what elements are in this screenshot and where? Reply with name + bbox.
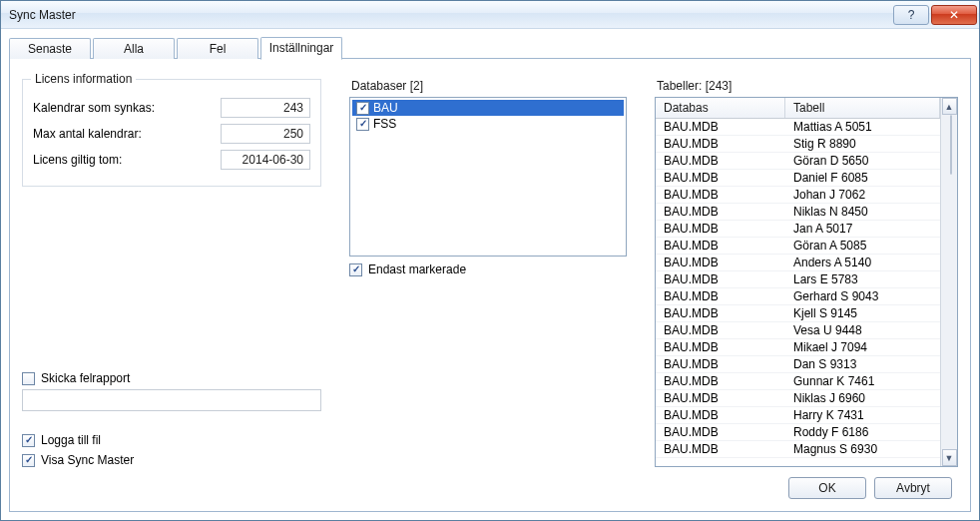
- only-marked-row[interactable]: ✓ Endast markerade: [349, 262, 627, 276]
- table-row[interactable]: BAU.MDBGunnar K 7461: [656, 373, 940, 390]
- log-to-file-row[interactable]: ✓ Logga till fil: [22, 433, 321, 447]
- table-row[interactable]: BAU.MDBMikael J 7094: [656, 339, 940, 356]
- cell-database: BAU.MDB: [656, 187, 785, 203]
- tab-settings[interactable]: Inställningar: [260, 37, 342, 60]
- cell-database: BAU.MDB: [656, 356, 785, 372]
- left-column: Licens information Kalendrar som synkas:…: [22, 73, 321, 467]
- tab-recent[interactable]: Senaste: [9, 38, 91, 59]
- cell-database: BAU.MDB: [656, 322, 785, 338]
- cell-database: BAU.MDB: [656, 441, 785, 457]
- cell-table: Mattias A 5051: [785, 119, 940, 135]
- table-row[interactable]: BAU.MDBRoddy F 6186: [656, 424, 940, 441]
- table-row[interactable]: BAU.MDBMagnus S 6930: [656, 441, 940, 458]
- table-row[interactable]: BAU.MDBKjell S 9145: [656, 305, 940, 322]
- table-row[interactable]: BAU.MDBAnders A 5140: [656, 255, 940, 271]
- right-column: Tabeller: [243] Databas Tabell BAU.MDBMa…: [655, 73, 958, 467]
- scroll-down-button[interactable]: ▼: [942, 449, 957, 466]
- close-icon: ✕: [949, 8, 959, 22]
- table-row[interactable]: BAU.MDBGöran D 5650: [656, 153, 940, 170]
- cell-table: Lars E 5783: [785, 271, 940, 287]
- table-row[interactable]: BAU.MDBDaniel F 6085: [656, 170, 940, 187]
- check-icon: ✓: [25, 435, 33, 445]
- cell-table: Magnus S 6930: [785, 441, 940, 457]
- cell-database: BAU.MDB: [656, 238, 785, 254]
- cell-table: Roddy F 6186: [785, 424, 940, 440]
- table-row[interactable]: BAU.MDBMattias A 5051: [656, 119, 940, 136]
- titlebar: Sync Master ? ✕: [1, 1, 979, 29]
- tables-header: Databas Tabell: [656, 98, 940, 119]
- send-error-report-checkbox[interactable]: [22, 372, 35, 385]
- scrollbar-thumb[interactable]: [950, 115, 952, 175]
- cell-table: Gerhard S 9043: [785, 288, 940, 304]
- send-error-report-row[interactable]: Skicka felrapport: [22, 371, 321, 385]
- database-item-checkbox[interactable]: ✓: [356, 102, 369, 115]
- middle-column: Databaser [2] ✓BAU✓FSS ✓ Endast markerad…: [349, 73, 627, 467]
- cell-database: BAU.MDB: [656, 255, 785, 270]
- help-button[interactable]: ?: [893, 5, 929, 25]
- log-to-file-checkbox[interactable]: ✓: [22, 434, 35, 447]
- show-sync-master-checkbox[interactable]: ✓: [22, 454, 35, 467]
- cell-database: BAU.MDB: [656, 288, 785, 304]
- cell-database: BAU.MDB: [656, 373, 785, 389]
- license-row-max: Max antal kalendrar: 250: [33, 124, 310, 144]
- cell-database: BAU.MDB: [656, 407, 785, 423]
- table-row[interactable]: BAU.MDBNiklas J 6960: [656, 390, 940, 407]
- tab-page-settings: Licens information Kalendrar som synkas:…: [9, 58, 971, 512]
- show-sync-master-row[interactable]: ✓ Visa Sync Master: [22, 453, 321, 467]
- close-button[interactable]: ✕: [931, 5, 977, 25]
- cancel-button[interactable]: Avbryt: [874, 477, 952, 499]
- database-item-checkbox[interactable]: ✓: [356, 118, 369, 131]
- check-icon: ✓: [25, 455, 33, 465]
- database-item[interactable]: ✓BAU: [352, 100, 624, 116]
- check-icon: ✓: [352, 264, 360, 274]
- table-row[interactable]: BAU.MDBGöran A 5085: [656, 238, 940, 255]
- database-item[interactable]: ✓FSS: [352, 116, 624, 132]
- cell-database: BAU.MDB: [656, 221, 785, 237]
- cell-table: Vesa U 9448: [785, 322, 940, 338]
- tables-rows[interactable]: BAU.MDBMattias A 5051BAU.MDBStig R 8890B…: [656, 119, 940, 466]
- table-row[interactable]: BAU.MDBNiklas N 8450: [656, 204, 940, 221]
- tables-grid: Databas Tabell BAU.MDBMattias A 5051BAU.…: [655, 97, 958, 467]
- table-row[interactable]: BAU.MDBHarry K 7431: [656, 407, 940, 424]
- cell-table: Dan S 9313: [785, 356, 940, 372]
- license-group: Licens information Kalendrar som synkas:…: [22, 79, 321, 187]
- client-area: Senaste Alla Fel Inställningar Licens in…: [1, 29, 979, 520]
- table-row[interactable]: BAU.MDBJan A 5017: [656, 221, 940, 238]
- databases-listbox[interactable]: ✓BAU✓FSS: [349, 97, 627, 257]
- tables-body: Databas Tabell BAU.MDBMattias A 5051BAU.…: [656, 98, 940, 466]
- log-to-file-label: Logga till fil: [41, 433, 101, 447]
- table-row[interactable]: BAU.MDBJohan J 7062: [656, 187, 940, 204]
- check-icon: ✓: [359, 103, 367, 113]
- error-report-input[interactable]: [22, 389, 321, 411]
- cell-database: BAU.MDB: [656, 153, 785, 169]
- col-header-database[interactable]: Databas: [656, 98, 785, 118]
- database-item-label: FSS: [373, 117, 396, 131]
- cell-database: BAU.MDB: [656, 170, 785, 186]
- cell-table: Gunnar K 7461: [785, 373, 940, 389]
- cell-table: Göran A 5085: [785, 238, 940, 254]
- table-row[interactable]: BAU.MDBVesa U 9448: [656, 322, 940, 339]
- license-row-synced: Kalendrar som synkas: 243: [33, 98, 310, 118]
- tab-errors[interactable]: Fel: [177, 38, 258, 59]
- chevron-up-icon: ▲: [945, 102, 954, 112]
- only-marked-checkbox[interactable]: ✓: [349, 263, 362, 276]
- license-group-title: Licens information: [31, 72, 136, 86]
- show-sync-master-label: Visa Sync Master: [41, 453, 134, 467]
- table-row[interactable]: BAU.MDBGerhard S 9043: [656, 288, 940, 305]
- col-header-table[interactable]: Tabell: [785, 98, 940, 118]
- table-row[interactable]: BAU.MDBStig R 8890: [656, 136, 940, 153]
- cell-database: BAU.MDB: [656, 136, 785, 152]
- scroll-up-button[interactable]: ▲: [942, 98, 957, 115]
- tab-all[interactable]: Alla: [93, 38, 175, 59]
- databases-label: Databaser [2]: [351, 79, 627, 93]
- chevron-down-icon: ▼: [945, 453, 954, 463]
- ok-button[interactable]: OK: [788, 477, 866, 499]
- cell-database: BAU.MDB: [656, 305, 785, 321]
- cell-database: BAU.MDB: [656, 339, 785, 355]
- license-label-synced: Kalendrar som synkas:: [33, 101, 221, 115]
- tables-scrollbar[interactable]: ▲ ▼: [940, 98, 957, 466]
- table-row[interactable]: BAU.MDBLars E 5783: [656, 271, 940, 288]
- tables-label: Tabeller: [243]: [657, 79, 958, 93]
- only-marked-label: Endast markerade: [368, 262, 466, 276]
- table-row[interactable]: BAU.MDBDan S 9313: [656, 356, 940, 373]
